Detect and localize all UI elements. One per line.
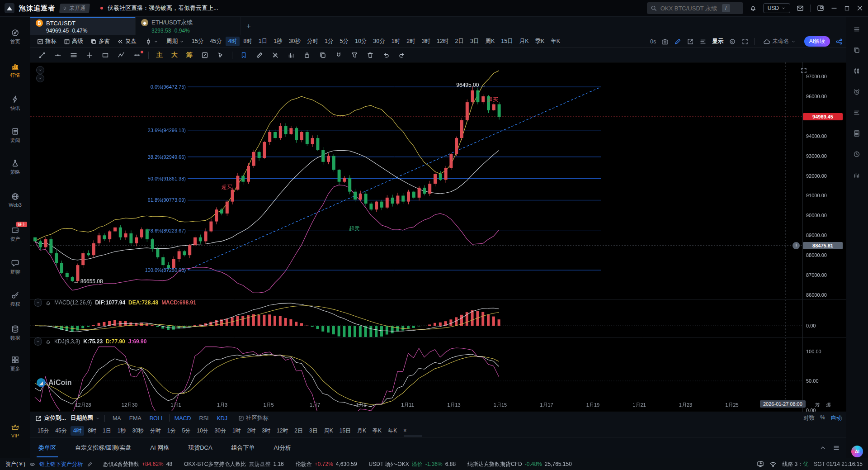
- membership-badge[interactable]: 未开通: [59, 4, 90, 13]
- monitor-indicator[interactable]: 2: [757, 461, 764, 468]
- currency-selector[interactable]: USD: [763, 3, 790, 13]
- timeframe-4时[interactable]: 4时: [226, 37, 240, 46]
- bottom-timeframe-5分[interactable]: 5分: [179, 426, 193, 436]
- bottom-timeframe-15日[interactable]: 15日: [337, 426, 354, 436]
- draw-pencil-icon[interactable]: [674, 38, 681, 45]
- more-tools[interactable]: [130, 50, 144, 61]
- indicator-toggle-BOLL[interactable]: BOLL: [146, 414, 167, 423]
- sidebar-item-chat[interactable]: 群聊: [0, 259, 30, 275]
- kline-style-icon[interactable]: [853, 67, 860, 75]
- bottom-timeframe-30分[interactable]: 30分: [212, 426, 229, 436]
- timeframe-45分[interactable]: 45分: [207, 37, 224, 46]
- trend-line-tool[interactable]: [35, 50, 49, 61]
- axis-extra-爆[interactable]: 爆: [826, 402, 831, 408]
- timeframe-1分[interactable]: 1分: [322, 37, 336, 46]
- close-timeframe-bar[interactable]: ×: [401, 427, 409, 435]
- main-chart-toggle[interactable]: 主: [153, 49, 166, 61]
- toolbar-指标-button[interactable]: 指标: [34, 37, 60, 46]
- bottom-timeframe-3日[interactable]: 3日: [307, 426, 321, 436]
- macd-title[interactable]: MACD(12,26,9): [54, 299, 92, 306]
- multi-window-icon[interactable]: [853, 47, 860, 54]
- disable-draw-tool[interactable]: [268, 50, 283, 61]
- sidebar-item-bolt[interactable]: 快讯: [0, 95, 30, 112]
- timeframe-月K[interactable]: 月K: [517, 37, 532, 46]
- bottom-timeframe-季K[interactable]: 季K: [370, 426, 384, 436]
- ticker-item-4[interactable]: 纳斯达克指数期货CFD-0.48%25,765.150: [467, 461, 572, 468]
- symbol-tab-inactive[interactable]: ◆ETH/USDT永续3293.53 -0.94%: [136, 17, 241, 35]
- timeframe-年K[interactable]: 年K: [548, 37, 563, 46]
- interval-stats-tool[interactable]: [284, 50, 298, 61]
- panel-tab-委单区[interactable]: 委单区: [37, 438, 58, 457]
- macd-collapse-button[interactable]: [34, 299, 42, 307]
- bottom-timeframe-分时[interactable]: 分时: [147, 426, 164, 436]
- pane-expand-icon[interactable]: [800, 67, 807, 74]
- toolbar-多窗-button[interactable]: 多窗: [87, 37, 113, 46]
- chip-dist-toggle[interactable]: 筹: [183, 49, 196, 61]
- object-list-icon[interactable]: [699, 38, 707, 45]
- timeframe-季K[interactable]: 季K: [533, 37, 547, 46]
- indicator-toggle-KDJ[interactable]: KDJ: [213, 414, 231, 423]
- timeframe-15日[interactable]: 15日: [498, 37, 515, 46]
- collapse-panel-button-2[interactable]: [36, 74, 44, 82]
- horizontal-line-tool[interactable]: [51, 50, 65, 61]
- collapse-panel-icon[interactable]: [819, 444, 826, 451]
- timeframe-30分[interactable]: 30分: [370, 37, 387, 46]
- timeframe-3日[interactable]: 3日: [467, 37, 481, 46]
- bottom-timeframe-2日[interactable]: 2日: [292, 426, 306, 436]
- panel-tab-自定义指标/回测/实盘[interactable]: 自定义指标/回测/实盘: [73, 438, 133, 457]
- panel-tab-现货DCA[interactable]: 现货DCA: [186, 438, 214, 457]
- panel-tab-组合下单[interactable]: 组合下单: [230, 438, 257, 457]
- timeframe-30秒[interactable]: 30秒: [286, 37, 303, 46]
- panel-tab-AI 网格[interactable]: AI 网格: [148, 438, 171, 457]
- symbol-search[interactable]: /: [647, 2, 743, 14]
- ticker-item-0[interactable]: 恐惧&贪婪指数+84.62%48: [103, 461, 172, 468]
- template-tool[interactable]: [198, 50, 212, 61]
- display-settings-button[interactable]: 显示: [712, 38, 723, 45]
- axis-extra-筹[interactable]: 筹: [815, 402, 820, 408]
- kdj-title[interactable]: KDJ(9,3,3): [54, 338, 80, 345]
- sidebar-item-doc[interactable]: 要闻: [0, 127, 30, 144]
- bottom-timeframe-10分[interactable]: 10分: [194, 426, 211, 436]
- messages-mail-icon[interactable]: [797, 5, 804, 12]
- ticker-item-3[interactable]: USDT 场外-OKX溢价-1.36%6.88: [369, 461, 456, 468]
- undo[interactable]: [379, 50, 393, 61]
- search-input[interactable]: [660, 5, 719, 12]
- network-line-status[interactable]: 线路 3：优: [782, 461, 808, 468]
- edit-pencil-icon[interactable]: [87, 461, 93, 467]
- panel-menu-icon[interactable]: [853, 26, 860, 33]
- indicator-toggle-MACD[interactable]: MACD: [171, 414, 194, 423]
- indicator-toggle-MA[interactable]: MA: [109, 414, 124, 423]
- scale-option-2[interactable]: 自动: [830, 414, 842, 422]
- kdj-collapse-button[interactable]: [34, 337, 42, 346]
- ai-analysis-button[interactable]: AI解读: [804, 36, 830, 47]
- sidebar-item-chartbars[interactable]: 行情: [0, 62, 30, 79]
- minimize-icon[interactable]: [830, 5, 838, 12]
- timeframe-5分[interactable]: 5分: [337, 37, 351, 46]
- sidebar-item-home[interactable]: 首页: [0, 28, 30, 45]
- timeframe-2时[interactable]: 2时: [404, 37, 418, 46]
- symbol-tab-active[interactable]: BBTC/USDT94969.45 -0.47%: [30, 17, 136, 35]
- live-broadcast-text[interactable]: 伏羲社区直播：强势破高，看似青云直上...: [108, 4, 218, 12]
- copy-drawings[interactable]: [316, 50, 330, 61]
- add-tab-button[interactable]: +: [241, 17, 256, 35]
- maximize-icon[interactable]: [844, 5, 850, 11]
- period-menu[interactable]: 周期: [163, 37, 187, 46]
- compare-icon[interactable]: [853, 171, 860, 179]
- timeframe-3时[interactable]: 3时: [419, 37, 433, 46]
- layout-selector[interactable]: 未命名: [760, 37, 799, 46]
- close-window-icon[interactable]: [856, 5, 863, 12]
- rectangle-tool[interactable]: [98, 50, 113, 61]
- parallel-lines-tool[interactable]: [66, 50, 81, 61]
- redo[interactable]: [395, 50, 409, 61]
- timeframe-12时[interactable]: 12时: [434, 37, 451, 46]
- bottom-timeframe-3时[interactable]: 3时: [259, 426, 273, 436]
- toolbar-高级-button[interactable]: 高级: [61, 37, 86, 46]
- lock-drawings[interactable]: [300, 50, 314, 61]
- timeframe-周K[interactable]: 周K: [482, 37, 497, 46]
- cursor-add-tool[interactable]: [213, 50, 228, 61]
- bottom-timeframe-1秒[interactable]: 1秒: [115, 426, 129, 436]
- eye-toggle-icon[interactable]: [29, 461, 35, 467]
- timeframe-2日[interactable]: 2日: [453, 37, 467, 46]
- panel-menu-icon[interactable]: [833, 444, 840, 451]
- bookmark-tool[interactable]: [236, 50, 251, 61]
